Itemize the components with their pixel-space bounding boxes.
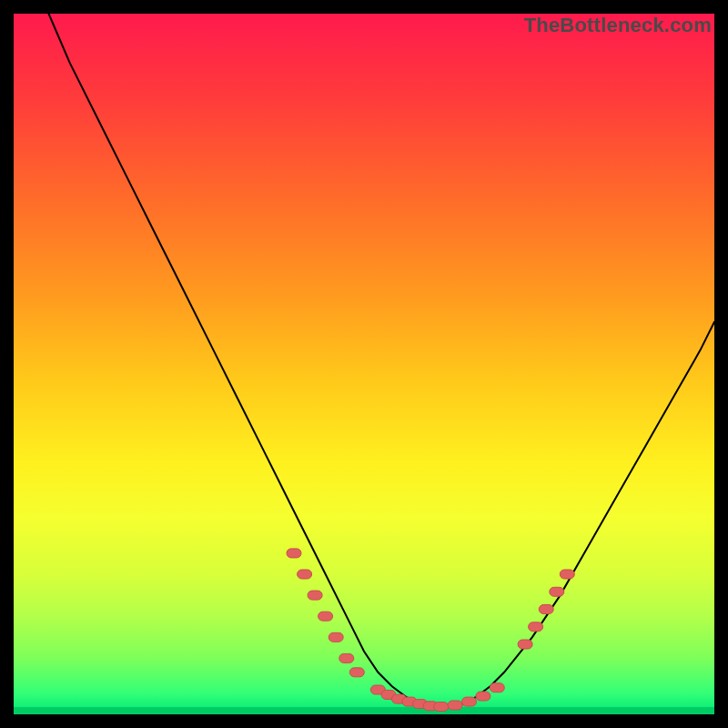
chart-frame: TheBottleneck.com (0, 0, 728, 728)
data-marker (462, 697, 477, 706)
data-marker (476, 692, 490, 701)
data-marker (308, 591, 322, 600)
data-marker (339, 653, 354, 662)
data-marker (448, 701, 462, 710)
data-marker (539, 605, 553, 614)
data-marker (550, 587, 564, 596)
marker-group (287, 549, 574, 712)
data-marker (318, 612, 333, 621)
data-marker (518, 640, 532, 649)
data-marker (560, 570, 574, 579)
watermark-text: TheBottleneck.com (524, 14, 712, 37)
chart-svg (14, 14, 714, 714)
data-marker (298, 570, 312, 579)
data-marker (329, 632, 343, 642)
plot-area (14, 14, 714, 714)
data-marker (349, 668, 364, 677)
data-marker (287, 549, 301, 558)
bottleneck-curve (49, 14, 715, 707)
data-marker (529, 622, 543, 632)
data-marker (434, 703, 449, 712)
data-marker (490, 683, 504, 693)
